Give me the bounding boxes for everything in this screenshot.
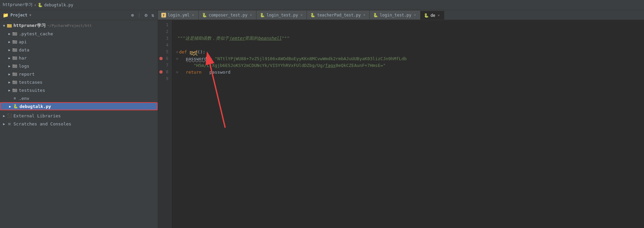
return-keyword: return bbox=[186, 70, 202, 75]
docstring-text: 这是辅助函数，类似于 bbox=[185, 36, 229, 41]
tree-item-logs[interactable]: logs bbox=[0, 62, 158, 70]
line-numbers: 1 2 3 4 5 6 7 8 9 bbox=[158, 20, 171, 228]
password-str2-end: 0eQkCZEAunF+7HmsE=" bbox=[336, 63, 386, 68]
logs-expand-arrow[interactable] bbox=[7, 63, 12, 69]
password-str1: "NTtlYPjWU88+7vZ5jl9106xAWOdBoEyyKKn8MCv… bbox=[215, 56, 407, 61]
pytest-expand-arrow[interactable] bbox=[7, 31, 12, 36]
tab-login-yml[interactable]: y login.yml × bbox=[158, 10, 199, 20]
data-expand-arrow[interactable] bbox=[7, 47, 12, 52]
line-9: 9 bbox=[158, 75, 171, 82]
password-str2-fagx: fagx bbox=[325, 63, 335, 68]
data-label: data bbox=[19, 47, 29, 52]
docstring-beanshell: beanshell bbox=[258, 36, 281, 41]
scratches-icon: ⊡ bbox=[7, 121, 12, 126]
tree-item-data[interactable]: data bbox=[0, 46, 158, 54]
tree-item-env[interactable]: ≡ .env bbox=[0, 94, 158, 102]
tab-close-login[interactable]: × bbox=[300, 12, 304, 17]
svg-rect-7 bbox=[12, 48, 14, 49]
project-dropdown-arrow[interactable]: ▼ bbox=[30, 13, 31, 17]
tab-teacherpad[interactable]: 🐍 teacherPad_test.py × bbox=[307, 10, 370, 20]
tree-item-api[interactable]: api bbox=[0, 38, 158, 46]
svg-rect-3 bbox=[12, 32, 14, 33]
tab-close-composer[interactable]: × bbox=[249, 12, 253, 17]
tab-bar: y login.yml × 🐍 composer_test.py × 🐍 log… bbox=[158, 10, 644, 20]
docstring-quotes2: """ bbox=[282, 36, 289, 41]
tree-item-har[interactable]: har bbox=[0, 54, 158, 62]
tab-label-login-test2: login_test.py bbox=[380, 13, 411, 17]
password-var-line6: password bbox=[186, 56, 207, 61]
root-expand-arrow[interactable] bbox=[1, 23, 7, 28]
locate-file-icon[interactable]: ⊕ bbox=[130, 12, 134, 18]
report-label: report bbox=[19, 72, 35, 77]
breadcrumb-file[interactable]: debugtalk.py bbox=[44, 3, 73, 7]
tab-debugtalk[interactable]: 🐍 de × bbox=[420, 11, 444, 20]
tab-close-login2[interactable]: × bbox=[413, 12, 417, 17]
extlibs-icon: ⬛ bbox=[7, 113, 12, 118]
password-str2: "H5m/LjXgjb6E5JoKSY2mCDUNcYk/VI5YYhRVxFU… bbox=[194, 63, 325, 68]
external-libraries-label: External Libraries bbox=[13, 113, 61, 118]
tab-label-debugtalk: de bbox=[431, 13, 435, 18]
testcases-expand-arrow[interactable] bbox=[7, 79, 12, 85]
docstring-quotes1: """ bbox=[177, 36, 185, 41]
tree-item-scratches[interactable]: ⊡ Scratches and Consoles bbox=[0, 120, 158, 128]
sidebar-header-controls: ⊕ | ⚙ ⇅ bbox=[130, 12, 155, 18]
line-2: 2 bbox=[158, 28, 171, 35]
report-expand-arrow[interactable] bbox=[7, 71, 12, 77]
tab-login-test2[interactable]: 🐍 login_test.py × bbox=[370, 10, 420, 20]
tab-label-login-yml: login.yml bbox=[168, 13, 190, 17]
root-path: ~/PycharmProject/htt bbox=[47, 24, 91, 28]
svg-rect-17 bbox=[12, 89, 14, 89]
tree-item-pytest-cache[interactable]: .pytest_cache bbox=[0, 30, 158, 38]
tree-item-external-libs[interactable]: ⬛ External Libraries bbox=[0, 112, 158, 120]
tab-composer-test[interactable]: 🐍 composer_test.py × bbox=[199, 10, 256, 20]
code-line-8: ⊙ return password bbox=[175, 69, 644, 75]
testsuites-expand-arrow[interactable] bbox=[7, 87, 12, 93]
code-area[interactable]: """这是辅助函数，类似于jemter里面的beanshell""" ⊙ def… bbox=[171, 20, 644, 228]
docstring-jemter: jemter bbox=[229, 36, 245, 41]
sidebar-header: 📁 Project ▼ ⊕ | ⚙ ⇅ bbox=[0, 10, 158, 20]
svg-rect-9 bbox=[12, 56, 14, 57]
code-line-2 bbox=[175, 28, 644, 35]
api-expand-arrow[interactable] bbox=[7, 39, 12, 44]
tree-item-testcases[interactable]: testcases bbox=[0, 78, 158, 86]
tree-item-report[interactable]: report bbox=[0, 70, 158, 78]
tree-root[interactable]: httpruner学习 ~/PycharmProject/htt bbox=[0, 22, 158, 30]
root-folder-icon bbox=[7, 23, 12, 28]
tree-item-testsuites[interactable]: testsuites bbox=[0, 86, 158, 94]
code-line-1 bbox=[175, 22, 644, 28]
python-icon-login: 🐍 bbox=[260, 13, 265, 17]
svg-rect-1 bbox=[7, 24, 9, 25]
line-6: 6 bbox=[158, 55, 171, 62]
line-1: 1 bbox=[158, 22, 171, 28]
debugtalk-expand-arrow[interactable] bbox=[7, 104, 13, 109]
breadcrumb-separator: › bbox=[34, 3, 36, 7]
tab-close-teacherpad[interactable]: × bbox=[362, 12, 366, 17]
root-label: httpruner学习 bbox=[13, 23, 46, 29]
tab-close-login-yml[interactable]: × bbox=[191, 12, 195, 17]
sort-icon[interactable]: ⇅ bbox=[151, 12, 155, 18]
tab-login-test[interactable]: 🐍 login_test.py × bbox=[256, 10, 307, 20]
settings-icon[interactable]: ⚙ bbox=[144, 12, 148, 18]
api-folder-icon bbox=[12, 39, 17, 44]
return-var: password bbox=[209, 70, 231, 75]
docstring-text2: 里面的 bbox=[245, 36, 258, 41]
har-label: har bbox=[19, 55, 27, 61]
pytest-label: .pytest_cache bbox=[19, 31, 53, 36]
har-expand-arrow[interactable] bbox=[7, 55, 12, 61]
python-file-icon: 🐍 bbox=[38, 3, 43, 7]
tab-close-debugtalk[interactable]: × bbox=[437, 13, 441, 18]
line-3: 3 bbox=[158, 35, 171, 42]
logs-label: logs bbox=[19, 64, 29, 69]
logs-folder-icon bbox=[12, 63, 17, 69]
scratches-expand-arrow[interactable] bbox=[1, 121, 7, 126]
api-label: api bbox=[19, 39, 27, 44]
svg-rect-5 bbox=[12, 40, 14, 41]
env-expand-arrow bbox=[7, 96, 12, 101]
code-editor: y login.yml × 🐍 composer_test.py × 🐍 log… bbox=[158, 10, 644, 228]
tree-item-debugtalk[interactable]: 🐍 debugtalk.py bbox=[0, 102, 158, 110]
breadcrumb-project[interactable]: httpruner学习 bbox=[3, 2, 33, 8]
code-line-9 bbox=[175, 75, 644, 82]
tab-label-teacherpad: teacherPad_test.py bbox=[317, 13, 361, 17]
extlibs-expand-arrow[interactable] bbox=[1, 113, 7, 118]
har-folder-icon bbox=[12, 55, 17, 61]
